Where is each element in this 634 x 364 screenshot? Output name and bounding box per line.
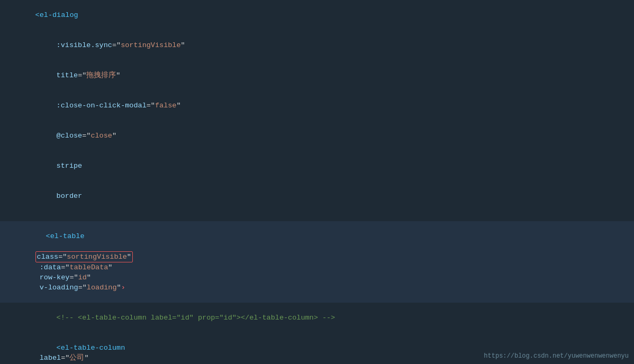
code-line: [0, 211, 634, 221]
code-line: <el-dialog: [0, 0, 634, 30]
line-content: <el-table class="sortingVisible" :data="…: [7, 221, 634, 303]
line-content: [7, 211, 634, 221]
line-content: <!-- <el-table-column label="id" prop="i…: [7, 303, 634, 333]
code-line: :visible.sync="sortingVisible": [0, 30, 634, 60]
line-content: <el-dialog: [7, 0, 634, 30]
code-line: stripe: [0, 151, 634, 181]
code-line: @close="close": [0, 121, 634, 151]
code-line: title="拖拽排序": [0, 60, 634, 90]
url-label: https://blog.csdn.net/yuwenwenwenwenyu: [484, 352, 629, 360]
line-content: stripe: [7, 151, 634, 181]
line-content: title="拖拽排序": [7, 60, 634, 90]
line-content: border: [7, 181, 634, 211]
line-content: :visible.sync="sortingVisible": [7, 30, 634, 60]
code-line: border: [0, 181, 634, 211]
code-line: :close-on-click-modal="false": [0, 90, 634, 121]
code-line-highlighted: <el-table class="sortingVisible" :data="…: [0, 221, 634, 303]
line-content: :close-on-click-modal="false": [7, 90, 634, 121]
code-editor: <el-dialog :visible.sync="sortingVisible…: [0, 0, 634, 364]
line-content: @close="close": [7, 121, 634, 151]
code-line: <!-- <el-table-column label="id" prop="i…: [0, 303, 634, 333]
